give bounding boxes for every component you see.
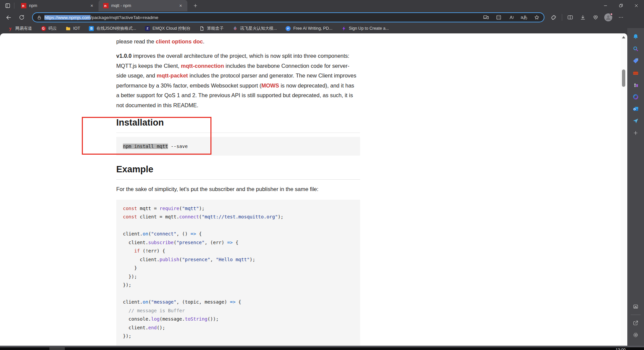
install-code-block: npm install mqtt --save: [116, 137, 360, 156]
code-line: client.subscribe("presence", (err) => {: [123, 238, 353, 247]
readme-article: please read the client options doc. v1.0…: [116, 33, 360, 345]
favorite-icon[interactable]: [533, 14, 540, 21]
tab-bar: nnpm×nmqtt - npm×: [0, 0, 644, 11]
sidebar-open-external-icon[interactable]: [630, 317, 641, 329]
sidebar-microsoft-365-icon[interactable]: [630, 91, 641, 103]
intro-paragraph: please read the client options doc.: [116, 37, 360, 46]
edge-sidebar: [627, 28, 644, 346]
extensions-icon[interactable]: [549, 13, 558, 22]
sidebar-games-icon[interactable]: [630, 79, 641, 91]
web-content: please read the client options doc. v1.0…: [0, 33, 627, 346]
downloads-icon[interactable]: [578, 13, 588, 22]
sidebar-screenshot-icon[interactable]: [630, 301, 641, 313]
url-bar[interactable]: https://www.npmjs.com/package/mqtt?activ…: [32, 12, 544, 22]
readme-link[interactable]: client options doc: [156, 38, 203, 44]
tab-1[interactable]: nnpm×: [16, 0, 99, 11]
bookmark-item[interactable]: y网易有道: [5, 25, 35, 32]
bookmark-item[interactable]: Sign Up to Create a...: [338, 25, 392, 32]
tabs-container: nnpm×nmqtt - npm×: [16, 0, 187, 11]
bookmark-label: 讯飞星火认知大模...: [240, 26, 277, 31]
readme-link[interactable]: mqtt-connection: [181, 63, 224, 69]
example-heading: Example: [116, 164, 360, 180]
browser-essentials-icon[interactable]: [591, 13, 600, 22]
folder-icon: [65, 26, 71, 31]
code-line: if (!err) {: [123, 247, 353, 255]
sidebar-search-icon[interactable]: [630, 43, 641, 55]
code-line: console.log(message.toString());: [123, 315, 353, 324]
vertical-scrollbar[interactable]: [621, 33, 627, 346]
bookmark-item[interactable]: ZEMQX Cloud 控制台: [142, 25, 194, 32]
tab-close-icon[interactable]: ×: [89, 2, 95, 9]
more-icon[interactable]: [616, 13, 626, 22]
installation-heading: Installation: [116, 118, 360, 133]
devices-icon[interactable]: [482, 14, 490, 21]
bookmark-label: EMQX Cloud 控制台: [153, 26, 191, 31]
bookmark-label: Free AI Writing, PD...: [293, 26, 332, 31]
bookmark-item[interactable]: 算能盒子: [196, 25, 227, 32]
bookmark-label: 网易有道: [15, 26, 32, 31]
code-line: client.on("message", (topic, message) =>…: [123, 298, 353, 307]
json-icon: B: [89, 26, 94, 31]
youdao-icon: y: [8, 26, 13, 31]
workspaces-icon[interactable]: [495, 14, 502, 21]
npm-favicon-icon: n: [21, 3, 26, 8]
quill-icon: [286, 26, 291, 31]
lock-icon: [37, 15, 42, 20]
back-icon[interactable]: [3, 13, 13, 22]
sidebar-drop-icon[interactable]: [630, 115, 641, 127]
text-segment: please read the: [116, 38, 156, 44]
profile-icon[interactable]: [604, 13, 613, 22]
gitee-icon: G: [41, 26, 46, 31]
address-toolbar: https://www.npmjs.com/package/mqtt?activ…: [0, 11, 644, 23]
restore-button[interactable]: [613, 0, 629, 11]
bookmark-item[interactable]: Free AI Writing, PD...: [283, 25, 335, 32]
toolbar-divider: [562, 14, 562, 21]
tab-2[interactable]: nmqtt - npm×: [99, 0, 187, 11]
tab-divider: [14, 3, 14, 9]
code-line: });: [123, 273, 353, 281]
url-text[interactable]: https://www.npmjs.com/package/mqtt?activ…: [44, 15, 482, 20]
taskbar-clock: 13:00: [616, 348, 626, 350]
sidebar-settings-icon[interactable]: [630, 329, 641, 341]
sidebar-divider: [631, 315, 641, 315]
example-intro: For the sake of simplicity, let's put th…: [116, 184, 357, 194]
bookmark-item[interactable]: IOT: [62, 25, 83, 32]
bookmark-label: 算能盒子: [207, 26, 224, 31]
split-screen-icon[interactable]: [566, 13, 575, 22]
tab-close-icon[interactable]: ×: [177, 2, 184, 9]
signup-icon: [341, 26, 346, 31]
sidebar-bottom-icons: [627, 301, 644, 341]
code-line: [123, 221, 353, 230]
code-line: [123, 290, 353, 298]
bookmark-item[interactable]: B在线JSON校验格式...: [86, 25, 139, 32]
page-icon: [199, 26, 205, 31]
minimize-button[interactable]: [598, 0, 613, 11]
close-window-button[interactable]: [629, 0, 644, 11]
sidebar-shopping-icon[interactable]: [630, 55, 641, 67]
bookmarks-bar: y网易有道G码云IOTB在线JSON校验格式...ZEMQX Cloud 控制台…: [0, 23, 644, 33]
sidebar-outlook-icon[interactable]: [630, 103, 641, 115]
scrollbar-thumb[interactable]: [622, 69, 625, 87]
read-aloud-icon[interactable]: [508, 14, 515, 21]
readme-link[interactable]: mqtt-packet: [157, 72, 188, 78]
taskbar-app-indicator[interactable]: [49, 347, 65, 350]
sidebar-tools-icon[interactable]: [630, 67, 641, 79]
scroll-up-arrow-icon[interactable]: [622, 36, 625, 38]
install-code-selected: npm install mqtt: [123, 144, 168, 149]
refresh-icon[interactable]: [17, 13, 27, 22]
text-segment: v1.0.0: [116, 53, 132, 59]
tab-title: mqtt - npm: [111, 3, 177, 8]
bookmark-item[interactable]: G码云: [38, 25, 60, 32]
example-code-block: const mqtt = require("mqtt");const clien…: [116, 200, 360, 345]
sidebar-notifications-icon[interactable]: [630, 31, 641, 43]
bookmark-item[interactable]: 讯飞星火认知大模...: [229, 25, 280, 32]
translate-icon[interactable]: aあ: [520, 14, 528, 21]
url-rest-text: /package/mqtt?activeTab=readme: [91, 15, 158, 20]
new-tab-button[interactable]: [191, 1, 200, 10]
windows-taskbar[interactable]: 13:00: [0, 347, 644, 350]
tab-title: npm: [29, 3, 89, 8]
sidebar-add-icon[interactable]: [630, 127, 641, 139]
readme-link[interactable]: MOWS: [261, 82, 279, 89]
tab-actions-icon[interactable]: [3, 2, 12, 10]
bookmark-label: IOT: [73, 26, 80, 31]
